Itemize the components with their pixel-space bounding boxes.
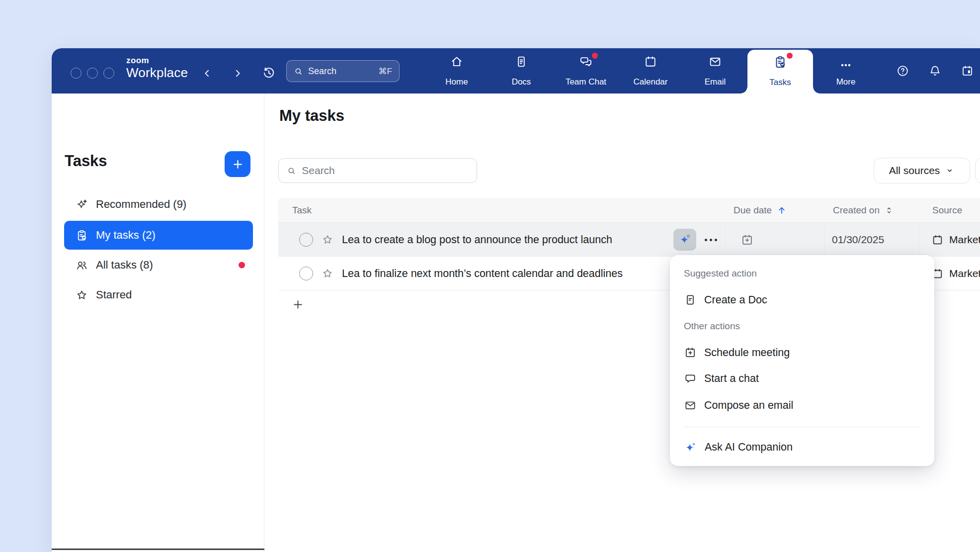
home-icon [450, 55, 464, 69]
logo-zoom-text: zoom [126, 56, 188, 66]
window-control-close[interactable] [71, 68, 82, 79]
nav-email[interactable]: Email [688, 48, 742, 93]
nav-tasks-active-tab[interactable]: Tasks [747, 50, 813, 93]
menu-item-start-chat[interactable]: Start a chat [677, 368, 927, 389]
history-button[interactable] [261, 66, 276, 81]
star-task-button[interactable] [321, 233, 334, 246]
task-row-1[interactable]: Lea to create a blog post to announce th… [278, 223, 980, 257]
nav-calendar-label: Calendar [623, 77, 678, 87]
column-header-source: Source [932, 198, 962, 223]
nav-docs[interactable]: Docs [494, 48, 549, 93]
task-title: Lea to finalize next month’s content cal… [342, 257, 623, 290]
sidebar-item-my-tasks[interactable]: My tasks (2) [64, 221, 253, 250]
envelope-icon [684, 399, 697, 412]
menu-item-schedule-meeting[interactable]: Schedule meeting [677, 342, 927, 364]
chevron-left-icon [201, 67, 213, 80]
nav-tasks-label: Tasks [747, 78, 813, 88]
sidebar-item-all-tasks[interactable]: All tasks (8) [64, 251, 253, 279]
top-navigation-bar: zoom Workplace Search ⌘F Home [52, 48, 980, 93]
nav-home[interactable]: Home [429, 48, 484, 93]
team-chat-icon [579, 55, 593, 69]
team-chat-notification-dot [592, 53, 598, 59]
help-button[interactable] [896, 64, 909, 78]
column-header-due-date[interactable]: Due date [734, 198, 787, 223]
search-shortcut-hint: ⌘F [379, 66, 392, 77]
cell-divider [919, 223, 920, 256]
tasks-icon [773, 55, 788, 70]
nav-docs-label: Docs [494, 77, 549, 87]
history-icon [261, 66, 276, 81]
task-search-field[interactable] [278, 158, 477, 183]
star-icon [75, 288, 88, 302]
nav-more-label: More [818, 77, 873, 87]
calendar-plus-icon [684, 346, 697, 359]
window-control-minimize[interactable] [87, 68, 98, 79]
forward-button[interactable] [232, 67, 244, 80]
sort-ascending-arrow-icon [776, 205, 787, 216]
task-complete-checkbox[interactable] [299, 233, 313, 247]
star-task-button[interactable] [321, 267, 334, 280]
sidebar-item-recommended[interactable]: Recommended (9) [64, 190, 253, 219]
new-task-button[interactable] [225, 151, 250, 177]
zoom-workplace-logo: zoom Workplace [126, 56, 188, 80]
nav-home-label: Home [429, 77, 484, 87]
sidebar-item-starred[interactable]: Starred [64, 280, 253, 309]
menu-item-create-doc[interactable]: Create a Doc [677, 289, 927, 311]
menu-item-compose-email[interactable]: Compose an email [677, 394, 927, 416]
calendar-date-button[interactable] [961, 64, 974, 78]
source-value: Marketing [949, 223, 980, 257]
chat-bubble-icon [684, 372, 697, 385]
add-due-date-button[interactable] [740, 233, 754, 247]
nav-team-chat-label: Team Chat [559, 77, 613, 87]
nav-team-chat[interactable]: Team Chat [559, 48, 613, 93]
menu-divider [684, 427, 920, 427]
column-header-created-on[interactable]: Created on [833, 198, 894, 223]
back-button[interactable] [201, 67, 213, 80]
sidebar-item-label: Starred [96, 288, 132, 301]
global-search-placeholder: Search [308, 66, 336, 77]
menu-item-ask-ai-companion[interactable]: Ask AI Companion [677, 435, 927, 459]
window-control-zoom[interactable] [103, 68, 114, 79]
column-header-task: Task [292, 198, 312, 223]
page-title: My tasks [279, 107, 344, 125]
task-more-options-button[interactable] [705, 223, 717, 257]
nav-email-label: Email [688, 77, 742, 87]
menu-item-label: Start a chat [704, 372, 759, 385]
menu-item-label: Compose an email [704, 399, 793, 412]
task-search-input[interactable] [302, 165, 469, 177]
sidebar-item-label: My tasks (2) [96, 229, 156, 242]
global-search-bar[interactable]: Search ⌘F [286, 60, 400, 82]
desktop-background: { "colors": { "accent": "#1769F5", "navb… [0, 0, 980, 552]
cell-divider [725, 223, 726, 256]
more-ellipsis-icon [839, 58, 853, 72]
tasks-notification-dot [787, 53, 793, 59]
all-tasks-notification-dot [239, 262, 245, 269]
task-complete-checkbox[interactable] [299, 267, 313, 280]
nav-more[interactable]: More [818, 48, 873, 93]
calendar-date-icon [961, 64, 974, 78]
plus-icon [291, 298, 305, 311]
sort-chevrons-icon [884, 205, 894, 215]
source-value: Marketing [949, 257, 980, 290]
chevron-right-icon [232, 67, 244, 80]
add-task-button[interactable] [291, 298, 305, 311]
notifications-button[interactable] [928, 64, 942, 78]
app-window: zoom Workplace Search ⌘F Home [52, 48, 980, 552]
sparkle-icon [75, 198, 88, 211]
calendar-icon [644, 55, 657, 69]
created-on-value: 01/30/2025 [832, 223, 884, 257]
sidebar-item-label: All tasks (8) [96, 259, 153, 272]
clipboard-check-icon [75, 229, 88, 242]
cell-divider [824, 223, 825, 256]
nav-calendar[interactable]: Calendar [623, 48, 678, 93]
source-calendar-icon [931, 234, 944, 246]
sources-filter-dropdown[interactable]: All sources [874, 158, 970, 184]
task-title: Lea to create a blog post to announce th… [342, 223, 612, 257]
sources-filter-label: All sources [889, 165, 940, 177]
ai-companion-actions-button[interactable] [673, 229, 696, 251]
tasks-sidebar: Tasks Recommended (9) My [52, 93, 264, 552]
ai-sparkle-icon [678, 233, 691, 246]
plus-icon [231, 158, 245, 171]
clipped-filter-button[interactable] [975, 158, 980, 184]
tab-curve-left [740, 87, 747, 93]
